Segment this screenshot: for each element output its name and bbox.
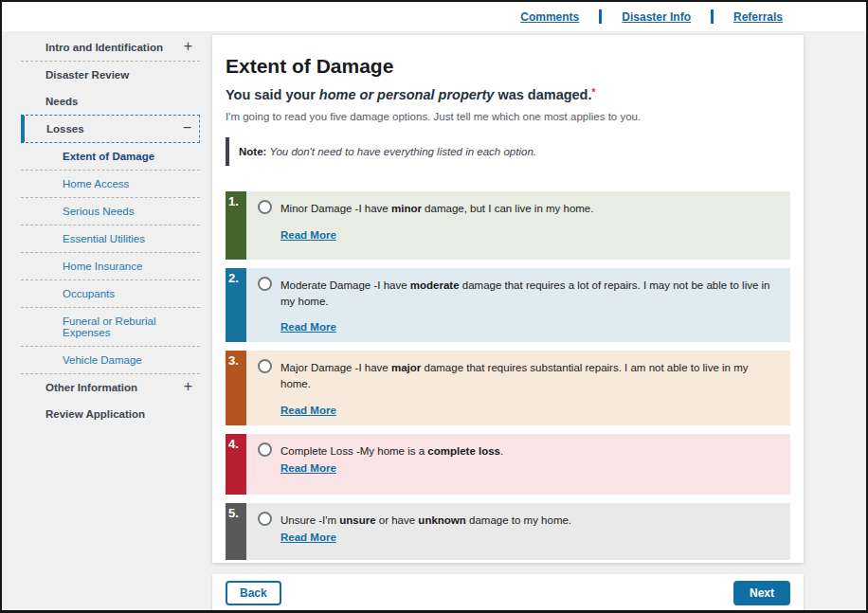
option-radio[interactable] (258, 512, 272, 526)
sidebar-item-home-access[interactable]: Home Access (21, 171, 200, 198)
option-label: Unsure -I'm unsure or have unknown damag… (280, 512, 571, 529)
option-label: Moderate Damage -I have moderate damage … (280, 277, 781, 309)
main-content-card: Extent of Damage You said your home or p… (212, 35, 804, 563)
page-title: Extent of Damage (226, 55, 790, 78)
damage-option-row-3: 3. Major Damage -I have major damage tha… (226, 351, 790, 424)
note-label: Note: (239, 146, 266, 157)
comments-link[interactable]: Comments (520, 10, 579, 24)
read-more-link[interactable]: Read More (280, 229, 336, 241)
sidebar-item-losses[interactable]: Losses − (21, 115, 200, 143)
next-button[interactable]: Next (733, 581, 790, 605)
sidebar-item-intro-and-identification[interactable]: Intro and Identification + (21, 34, 200, 62)
question-text: You said your home or personal property … (226, 87, 790, 102)
option-number-strip: 4. (226, 434, 246, 495)
note-text: You don't need to have everything listed… (266, 146, 536, 157)
sidebar-item-funeral-or-reburial-expenses[interactable]: Funeral or Reburial Expenses (21, 308, 200, 347)
option-radio[interactable] (258, 277, 272, 291)
option-number-strip: 2. (226, 268, 246, 342)
option-number-strip: 3. (226, 351, 246, 424)
required-asterisk: * (592, 87, 596, 98)
option-number-strip: 1. (226, 191, 246, 260)
sidebar-item-review-application[interactable]: Review Application (21, 401, 200, 427)
expand-plus-icon[interactable]: + (184, 378, 192, 395)
damage-option-row-2: 2. Moderate Damage -I have moderate dama… (226, 268, 790, 342)
link-separator (711, 9, 714, 24)
damage-option-row-4: 4. Complete Loss -My home is a complete … (226, 434, 790, 495)
read-more-link[interactable]: Read More (280, 405, 336, 416)
sidebar-item-label: Intro and Identification (45, 42, 163, 53)
read-more-link[interactable]: Read More (280, 321, 336, 333)
sidebar-item-label: Needs (45, 96, 79, 107)
expand-plus-icon[interactable]: + (184, 38, 192, 55)
helper-text: I'm going to read you five damage option… (226, 111, 790, 122)
sidebar-item-other-information[interactable]: Other Information + (21, 374, 200, 401)
sidebar-item-label: Other Information (45, 382, 137, 393)
option-label: Minor Damage -I have minor damage, but I… (280, 200, 593, 217)
option-radio[interactable] (258, 442, 272, 457)
sidebar-item-essential-utilities[interactable]: Essential Utilities (21, 225, 200, 253)
sidebar-item-occupants[interactable]: Occupants (21, 280, 200, 308)
option-label: Major Damage -I have major damage that r… (280, 359, 781, 391)
option-number-strip: 5. (226, 503, 246, 560)
option-label: Complete Loss -My home is a complete los… (280, 442, 503, 460)
sidebar-item-label: Review Application (45, 408, 145, 420)
sidebar-nav: Intro and Identification + Disaster Revi… (21, 34, 200, 427)
disaster-info-link[interactable]: Disaster Info (622, 10, 691, 24)
sidebar-item-needs[interactable]: Needs (21, 88, 200, 115)
top-bar: Comments Disaster Info Referrals (2, 2, 866, 31)
sidebar-item-serious-needs[interactable]: Serious Needs (21, 198, 200, 225)
read-more-link[interactable]: Read More (280, 462, 336, 474)
sidebar-item-vehicle-damage[interactable]: Vehicle Damage (21, 347, 200, 374)
sidebar-item-disaster-review[interactable]: Disaster Review (21, 62, 200, 88)
app-window: Comments Disaster Info Referrals Intro a… (0, 0, 868, 613)
option-radio[interactable] (258, 359, 272, 373)
option-radio[interactable] (258, 200, 272, 214)
damage-option-row-5: 5. Unsure -I'm unsure or have unknown da… (226, 503, 790, 560)
back-button[interactable]: Back (226, 581, 281, 605)
read-more-link[interactable]: Read More (280, 532, 336, 543)
question-suffix: was damaged. (494, 87, 591, 102)
sidebar-item-label: Disaster Review (45, 69, 129, 81)
link-separator (599, 9, 602, 24)
referrals-link[interactable]: Referrals (733, 10, 783, 24)
footer-bar: Back Next (212, 574, 804, 612)
collapse-minus-icon[interactable]: − (183, 119, 191, 136)
question-prefix: You said your (226, 87, 319, 102)
note-box: Note: You don't need to have everything … (226, 137, 790, 166)
sidebar-item-label: Losses (46, 123, 84, 135)
damage-option-row-1: 1. Minor Damage -I have minor damage, bu… (226, 191, 790, 260)
sidebar-item-home-insurance[interactable]: Home Insurance (21, 253, 200, 280)
sidebar-item-extent-of-damage[interactable]: Extent of Damage (21, 143, 200, 171)
question-italic: home or personal property (319, 87, 495, 102)
